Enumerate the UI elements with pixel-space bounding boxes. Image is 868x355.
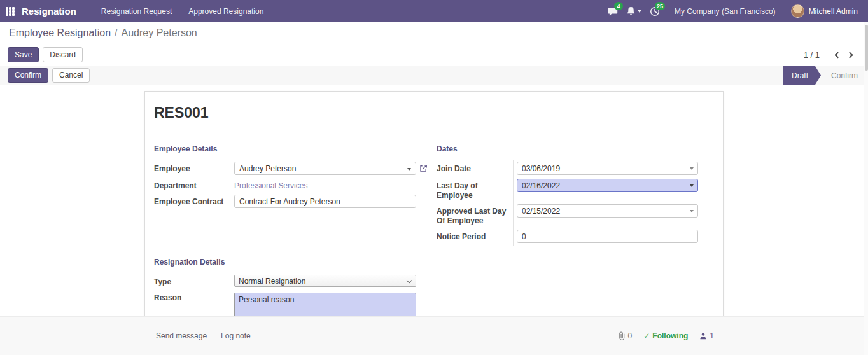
department-label: Department [154,179,234,191]
group-title-dates: Dates [437,144,698,153]
paperclip-icon [618,331,626,340]
stage-pipeline: Draft Confirm [783,66,868,85]
log-note-link[interactable]: Log note [221,331,251,340]
followers-button[interactable]: 1 [699,331,714,340]
chevron-left-icon [835,52,841,58]
send-message-link[interactable]: Send message [156,331,207,340]
bell-icon [626,6,636,16]
chatter: Send message Log note 0 ✓ Following 1 [0,316,868,355]
last-day-input[interactable] [517,179,698,192]
department-row: Department Professional Services [154,179,416,191]
notifications-button[interactable] [624,0,645,22]
breadcrumb-separator: / [115,27,117,39]
employee-value: Audrey Peterson [239,164,296,173]
app-name[interactable]: Resignation [22,6,76,17]
apps-grid-icon [6,7,15,16]
form-view: RES001 Employee Details Employee Audrey … [0,85,868,316]
main-menu: Resignation Request Approved Resignation [93,0,272,22]
caret-down-icon[interactable] [407,168,411,171]
notice-period-label: Notice Period [437,230,517,242]
join-date-input[interactable] [517,162,698,175]
pager-value: 1 / 1 [804,50,820,60]
person-icon [699,332,707,340]
notice-period-input[interactable] [517,230,698,243]
breadcrumb: Employee Resignation / Audrey Peterson [0,22,868,44]
contract-label: Employee Contract [154,195,234,207]
menu-resignation-request[interactable]: Resignation Request [93,0,180,22]
approved-last-day-row: Approved Last Day Of Employee [437,204,698,226]
following-button[interactable]: ✓ Following [643,331,688,340]
top-navbar: Resignation Resignation Request Approved… [0,0,868,22]
vertical-scrollbar[interactable] [864,22,868,355]
activities-badge: 25 [655,2,665,10]
avatar [791,4,804,18]
employee-input[interactable]: Audrey Peterson [234,162,416,175]
pager-next-button[interactable] [844,48,858,62]
join-date-label: Join Date [437,162,517,174]
employee-label: Employee [154,162,234,174]
group-title-employee-details: Employee Details [154,144,416,153]
last-day-row: Last Day of Employee [437,179,698,200]
user-name: Mitchell Admin [809,7,858,16]
page: Resignation Resignation Request Approved… [0,0,868,355]
check-icon: ✓ [643,331,650,340]
attachments-count: 0 [628,331,633,340]
pager-previous-button[interactable] [830,48,844,62]
user-menu[interactable]: Mitchell Admin [785,4,864,18]
approved-last-day-input[interactable] [517,204,698,218]
contract-row: Employee Contract [154,195,416,208]
followers-count: 1 [710,331,714,340]
control-panel: Save Discard 1 / 1 [0,44,868,66]
form-groups: Employee Details Employee Audrey Peterso… [154,144,714,247]
scrollbar-thumb[interactable] [865,25,868,71]
group-title-resignation-details: Resignation Details [154,258,416,267]
chevron-down-icon [638,10,641,13]
save-button[interactable]: Save [8,47,39,62]
breadcrumb-current: Audrey Peterson [122,27,197,39]
form-sheet: RES001 Employee Details Employee Audrey … [144,91,724,316]
form-statusbar: Confirm Cancel Draft Confirm [0,66,868,85]
employee-row: Employee Audrey Peterson [154,162,416,175]
group-resignation-details: Resignation Details Type Normal Resignat… [154,258,416,321]
cancel-button[interactable]: Cancel [52,68,90,82]
reason-label: Reason [154,291,234,303]
group-dates: Dates Join Date Last Day of Employee [437,144,698,247]
record-title: RES001 [154,104,714,122]
company-switcher[interactable]: My Company (San Francisco) [666,7,785,16]
breadcrumb-parent[interactable]: Employee Resignation [9,27,111,39]
external-link-icon[interactable] [419,164,428,174]
reason-textarea[interactable]: Personal reason [234,293,416,319]
pager: 1 / 1 [804,48,858,62]
type-select[interactable]: Normal Resignation [234,275,416,287]
activities-button[interactable]: 25 [645,0,666,22]
following-label: Following [652,331,688,340]
stage-confirm[interactable]: Confirm [821,66,868,85]
messages-button[interactable]: 4 [603,0,624,22]
apps-menu-button[interactable] [0,0,20,22]
approved-last-day-label: Approved Last Day Of Employee [437,204,517,226]
group-employee-details: Employee Details Employee Audrey Peterso… [154,144,416,247]
last-day-label: Last Day of Employee [437,179,517,200]
menu-approved-resignation[interactable]: Approved Resignation [180,0,272,22]
text-cursor [297,164,297,172]
chevron-right-icon [847,52,853,58]
messages-badge: 4 [614,2,623,10]
join-date-row: Join Date [437,162,698,175]
notice-period-row: Notice Period [437,230,698,243]
contract-input[interactable] [234,195,416,208]
type-selected-value: Normal Resignation [239,277,305,286]
chevron-down-icon [407,278,412,283]
type-row: Type Normal Resignation [154,275,416,287]
chatter-tools: 0 ✓ Following 1 [618,331,714,340]
department-link[interactable]: Professional Services [234,179,307,190]
discard-button[interactable]: Discard [43,47,83,62]
confirm-button[interactable]: Confirm [8,68,48,82]
type-label: Type [154,275,234,287]
attachments-button[interactable]: 0 [618,331,633,340]
stage-draft[interactable]: Draft [783,66,821,85]
systray: 4 25 My Company (San Francisco) Mitchell… [603,0,868,22]
